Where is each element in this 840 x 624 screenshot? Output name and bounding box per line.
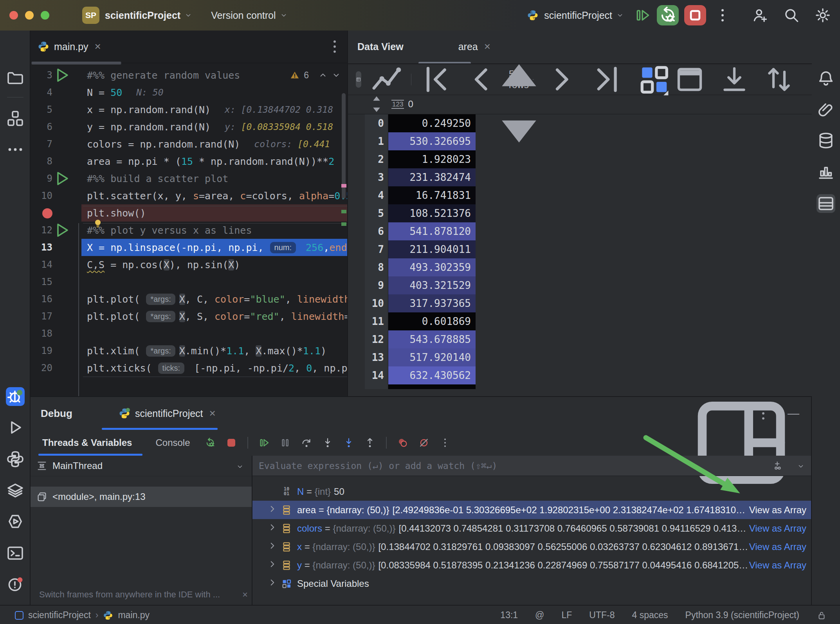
table-row[interactable]: 00.249250 [365,114,476,132]
services-icon[interactable] [6,481,25,500]
variable-row-n[interactable]: 1001N = {int}50 [252,482,811,501]
editor-options-kebab-icon[interactable] [326,38,343,55]
resume-icon[interactable] [258,437,270,449]
close-tab-icon[interactable]: × [209,408,216,419]
table-row[interactable]: 10317.937365 [365,294,476,312]
tab-debug-session[interactable]: scientificProject × [112,397,223,430]
view-as-array-link[interactable]: View as Array [749,505,811,516]
editor-scrollbar[interactable] [342,93,346,199]
previous-problem-icon[interactable] [318,70,328,80]
tab-threads-variables[interactable]: Threads & Variables [42,437,132,448]
breadcrumb-project[interactable]: scientificProject [28,610,91,620]
step-over-icon[interactable] [301,437,312,449]
run-cell-icon[interactable] [52,169,71,188]
step-out-icon[interactable] [364,437,376,449]
table-row[interactable]: 9403.321529 [365,276,476,294]
search-icon[interactable] [783,7,800,24]
endpoints-icon[interactable] [817,162,835,181]
minimize-window-button[interactable] [25,11,34,20]
view-as-array-link[interactable]: View as Array [749,541,811,552]
rerun-debug-button[interactable] [657,5,679,25]
table-row[interactable]: 5108.521376 [365,204,476,222]
breadcrumb-file[interactable]: main.py [118,610,150,620]
code-line-10[interactable]: 10plt.scatter(x, y, s=area, c=colors, al… [31,187,347,204]
more-tool-windows-icon[interactable] [6,140,25,159]
table-row[interactable]: 7211.904011 [365,240,476,258]
rerun-debug-icon[interactable] [204,437,216,449]
lock-icon[interactable] [817,610,827,620]
ai-assistant-icon[interactable] [817,101,835,119]
indent-style[interactable]: 4 spaces [632,610,668,620]
close-hint-icon[interactable]: × [242,589,248,600]
thread-selector[interactable]: MainThread [31,456,252,476]
stop-debug-icon[interactable] [225,437,237,449]
code-line-7[interactable]: 7colors = np.random.rand(N)colors: [0.44… [31,135,347,153]
code-line-6[interactable]: 6y = np.random.rand(N)y: [0.08335984 0.5… [31,118,347,135]
data-view-panel-icon[interactable] [817,194,835,213]
color-heatmap-icon[interactable] [635,60,673,99]
table-row[interactable]: 12543.678885 [365,330,476,348]
project-folder-icon[interactable] [6,69,25,88]
intention-bulb-icon[interactable] [92,218,103,229]
terminal-icon[interactable] [6,544,25,563]
expand-chevron-icon[interactable] [267,541,278,553]
variable-row-area[interactable]: area = {ndarray: (50,)}[2.49249836e-01 5… [252,501,811,519]
next-problem-icon[interactable] [332,70,341,80]
view-breakpoints-icon[interactable] [397,437,409,449]
expand-chevron-icon[interactable] [267,522,278,535]
zoom-window-button[interactable] [41,11,49,20]
run-configuration-select[interactable]: scientificProject [544,10,612,21]
close-window-button[interactable] [9,11,18,20]
expand-chevron-icon[interactable] [267,504,278,516]
add-watch-icon[interactable] [773,460,784,471]
database-icon[interactable] [817,131,835,150]
problems-icon[interactable] [6,575,25,593]
step-into-icon[interactable] [322,437,333,449]
last-page-icon[interactable] [588,60,627,99]
chevron-down-icon[interactable] [797,462,805,470]
stop-button[interactable] [684,5,706,25]
interpreter[interactable]: Python 3.9 (scientificProject) [685,610,799,620]
export-download-icon[interactable] [718,63,751,96]
stack-frame-row[interactable]: <module>, main.py:13 [31,487,252,507]
run-cell-icon[interactable] [52,221,71,240]
resume-program-icon[interactable] [634,7,651,24]
code-line-4[interactable]: 4N = 50N: 50 [31,84,347,101]
more-actions-kebab-icon[interactable] [714,7,731,24]
table-header[interactable]: 123 0 [348,94,812,114]
python-packages-icon[interactable] [6,450,25,469]
table-row[interactable]: 21.928023 [365,150,476,168]
debugger-kebab-icon[interactable] [439,437,451,449]
run-icon[interactable] [6,418,25,437]
debug-icon[interactable] [6,387,25,406]
project-badge[interactable]: SP [82,7,99,24]
close-tab-icon[interactable]: × [95,41,101,52]
table-row[interactable]: 8493.302359 [365,258,476,276]
evaluate-expression-input[interactable]: Evaluate expression (↵) or add a watch (… [252,456,811,476]
swap-axes-icon[interactable] [762,63,795,96]
table-row[interactable]: 6541.878120 [365,222,476,240]
variable-row-special-variables[interactable]: Special Variables [252,574,811,593]
table-view-icon[interactable] [356,71,361,88]
version-control-menu[interactable]: Version control [211,10,276,21]
warning-icon[interactable] [290,70,300,80]
variable-row-colors[interactable]: colors = {ndarray: (50,)}[0.44132073 0.7… [252,519,811,537]
sort-icon[interactable] [365,92,388,116]
encoding[interactable]: UTF-8 [589,610,615,620]
view-as-array-link[interactable]: View as Array [749,523,811,534]
run-cell-icon[interactable] [52,66,71,85]
table-row[interactable]: 14632.430562 [365,366,476,384]
code-line-3[interactable]: 3#%% generate random values6 [31,67,347,84]
mute-breakpoints-icon[interactable] [418,437,430,449]
python-console-icon[interactable] [6,512,25,531]
line-ending[interactable]: LF [561,610,572,620]
structure-icon[interactable] [6,109,25,128]
variable-row-x[interactable]: x = {ndarray: (50,)}[0.13844702 0.318297… [252,537,811,556]
code-line-11[interactable]: plt.show() [31,204,347,222]
tab-console[interactable]: Console [155,437,190,448]
table-row[interactable]: 3231.382474 [365,168,476,186]
code-line-8[interactable]: 8area = np.pi * (15 * np.random.rand(N))… [31,153,347,170]
variable-row-y[interactable]: y = {ndarray: (50,)}[0.08335984 0.518783… [252,556,811,574]
notifications-icon[interactable] [817,69,835,88]
tab-main-py[interactable]: main.py × [31,31,108,63]
